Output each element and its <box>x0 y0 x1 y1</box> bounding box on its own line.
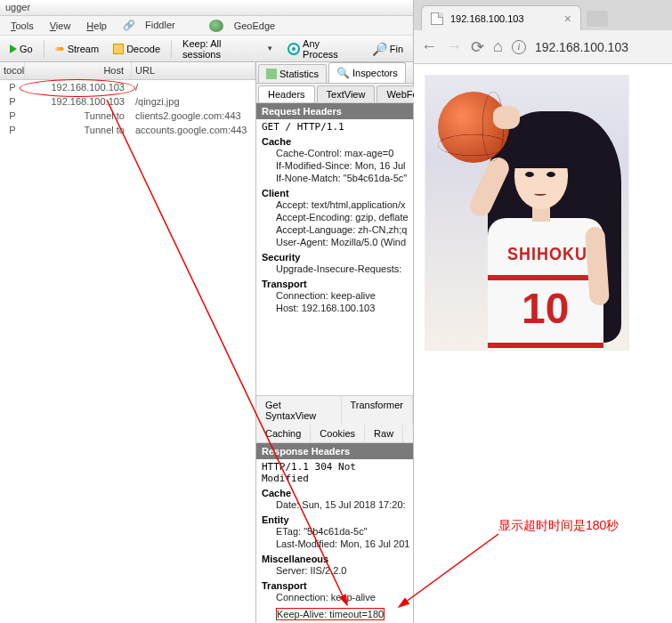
btn-cookies[interactable]: Cookies <box>311 425 365 442</box>
content-split: tocol Host URL P192.168.100.103/P192.168… <box>0 62 413 623</box>
browser-window: 192.168.100.103 × ← → ⟳ ⌂ i 192.168.100.… <box>414 0 672 623</box>
fiddler-window: ugger Tools View Help 🔗 Fiddler GeoEdge … <box>0 0 414 623</box>
header-group: MiscellaneousServer: IIS/2.2.0 <box>256 552 413 578</box>
sessions-list: tocol Host URL P192.168.100.103/P192.168… <box>0 62 255 623</box>
go-button[interactable]: Go <box>4 40 39 58</box>
header-group: CacheCache-Control: max-age=0If-Modified… <box>256 134 413 186</box>
titlebar: ugger <box>0 0 413 16</box>
decode-icon <box>113 44 124 54</box>
play-icon <box>10 44 17 53</box>
btn-raw[interactable]: Raw <box>365 425 403 442</box>
page-image: SHIHOKU 10 <box>425 75 629 351</box>
address-bar[interactable]: 192.168.100.103 <box>535 40 628 54</box>
stream-button[interactable]: ➠Stream <box>49 38 105 59</box>
toolbar: Go ➠Stream Decode Keep: All sessions▼ An… <box>0 36 413 62</box>
geoedge-icon <box>209 20 223 32</box>
header-group: ClientAccept: text/html,application/xAcc… <box>256 186 413 250</box>
target-icon <box>287 43 300 55</box>
btn-syntaxview[interactable]: Get SyntaxView <box>256 396 342 425</box>
subtab-headers[interactable]: Headers <box>258 85 315 102</box>
header-group: CacheDate: Sun, 15 Jul 2018 17:20: <box>256 486 413 513</box>
response-subtabs: Get SyntaxView Transformer Caching Cooki… <box>256 395 413 443</box>
forward-button[interactable]: → <box>446 37 462 56</box>
session-row[interactable]: P192.168.100.103/qingzi.jpg <box>0 94 255 109</box>
header-kv: Accept: text/html,application/x <box>262 198 413 211</box>
header-kv: Last-Modified: Mon, 16 Jul 201 <box>262 538 413 550</box>
header-kv: Connection: keep-alive <box>262 289 413 302</box>
col-protocol[interactable]: tocol <box>0 62 25 79</box>
header-group: TransportConnection: keep-alive <box>256 578 413 605</box>
request-subtabs: Headers TextView WebFor <box>256 84 413 103</box>
tab-inspectors[interactable]: 🔍Inspectors <box>328 62 406 83</box>
back-button[interactable]: ← <box>421 37 437 56</box>
response-headers-panel: Response Headers HTTP/1.1 304 Not Modifi… <box>256 443 413 623</box>
header-kv: Date: Sun, 15 Jul 2018 17:20: <box>262 498 413 511</box>
stats-icon <box>266 69 277 79</box>
new-tab-button[interactable] <box>587 11 608 27</box>
header-group: SecurityUpgrade-Insecure-Requests: <box>256 250 413 277</box>
header-kv: Accept-Encoding: gzip, deflate <box>262 211 413 223</box>
session-row[interactable]: PTunnel toaccounts.google.com:443 <box>0 123 255 137</box>
chrome-tabbar: 192.168.100.103 × <box>414 0 672 30</box>
sessions-header: tocol Host URL <box>0 62 255 80</box>
request-line: GET / HTTP/1.1 <box>256 119 413 134</box>
btn-transformer[interactable]: Transformer <box>342 396 414 425</box>
menu-help[interactable]: Help <box>79 19 114 33</box>
stream-icon: ➠ <box>55 42 65 55</box>
btn-caching[interactable]: Caching <box>256 425 311 442</box>
keepalive-highlight: Keep-Alive: timeout=180 <box>276 608 385 620</box>
decode-button[interactable]: Decode <box>107 40 166 58</box>
menubar: Tools View Help 🔗 Fiddler GeoEdge <box>0 16 413 36</box>
annotation-text: 显示超时时间是180秒 <box>498 518 619 534</box>
header-kv: Host: 192.168.100.103 <box>262 302 413 314</box>
col-host[interactable]: Host <box>25 62 132 79</box>
jersey-text: SHIHOKU <box>507 244 587 264</box>
tab-title: 192.168.100.103 <box>450 13 524 24</box>
col-url[interactable]: URL <box>132 62 255 79</box>
browser-tab[interactable]: 192.168.100.103 × <box>421 5 581 30</box>
inspector-tabrow: Statistics 🔍Inspectors <box>256 62 413 84</box>
header-kv: User-Agent: Mozilla/5.0 (Wind <box>262 236 413 248</box>
keep-dropdown[interactable]: Keep: All sessions▼ <box>176 35 279 63</box>
info-icon[interactable]: i <box>512 40 526 54</box>
response-headers-title: Response Headers <box>256 443 413 459</box>
inspectors-pane: Statistics 🔍Inspectors Headers TextView … <box>255 62 413 623</box>
header-group: TransportConnection: keep-aliveHost: 192… <box>256 277 413 316</box>
header-kv: Connection: keep-alive <box>262 591 413 603</box>
request-headers-title: Request Headers <box>256 103 413 119</box>
request-headers-panel: Request Headers GET / HTTP/1.1 CacheCach… <box>256 103 413 395</box>
find-icon: 🔎 <box>372 42 387 56</box>
jersey-number: 10 <box>522 284 569 333</box>
tab-statistics[interactable]: Statistics <box>258 64 327 83</box>
menu-fiddler[interactable]: 🔗 Fiddler <box>116 18 190 33</box>
close-tab-icon[interactable]: × <box>564 12 571 26</box>
menu-geoedge[interactable]: GeoEdge <box>202 17 289 35</box>
page-icon <box>431 12 443 25</box>
header-kv: Accept-Language: zh-CN,zh;q <box>262 223 413 236</box>
home-button[interactable]: ⌂ <box>493 37 503 56</box>
menu-view[interactable]: View <box>43 19 78 33</box>
header-kv: If-Modified-Since: Mon, 16 Jul <box>262 159 413 172</box>
session-row[interactable]: P192.168.100.103/ <box>0 80 255 94</box>
page-body: SHIHOKU 10 显示超时时间是180秒 <box>414 64 672 623</box>
header-kv: ETag: "5b4c61da-5c" <box>262 525 413 538</box>
chrome-toolbar: ← → ⟳ ⌂ i 192.168.100.103 <box>414 30 672 64</box>
reload-button[interactable]: ⟳ <box>471 37 484 57</box>
header-group: EntityETag: "5b4c61da-5c"Last-Modified: … <box>256 513 413 552</box>
find-button[interactable]: 🔎Fin <box>366 38 409 60</box>
chevron-down-icon: ▼ <box>266 44 273 53</box>
magnifier-icon: 🔍 <box>336 67 350 79</box>
subtab-textview[interactable]: TextView <box>317 85 376 102</box>
header-kv: If-None-Match: "5b4c61da-5c" <box>262 172 413 184</box>
session-row[interactable]: PTunnel toclients2.google.com:443 <box>0 109 255 123</box>
header-kv: Cache-Control: max-age=0 <box>262 147 413 159</box>
menu-tools[interactable]: Tools <box>4 19 41 33</box>
header-kv: Server: IIS/2.2.0 <box>262 564 413 577</box>
response-line: HTTP/1.1 304 Not Modified <box>256 459 413 486</box>
header-kv: Upgrade-Insecure-Requests: <box>262 263 413 275</box>
any-process-button[interactable]: Any Process <box>281 35 364 63</box>
